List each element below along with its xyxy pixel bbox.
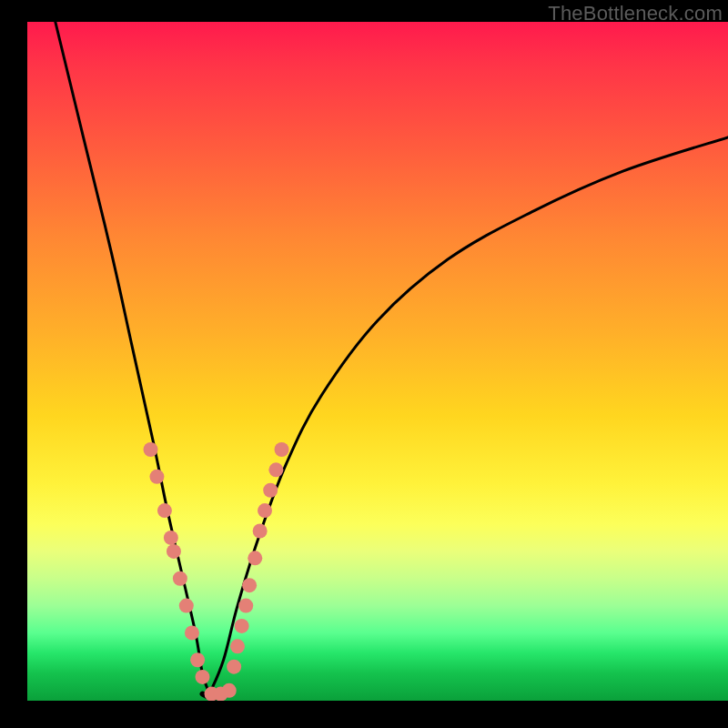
plot-area <box>27 22 728 701</box>
marker-dot <box>227 660 241 674</box>
marker-dot <box>185 625 199 640</box>
chart-frame: TheBottleneck.com <box>27 0 728 701</box>
marker-dot <box>157 503 172 518</box>
chart-svg <box>27 22 728 701</box>
marker-dot <box>144 442 158 457</box>
marker-dot <box>149 470 164 484</box>
series-right-branch <box>209 137 728 694</box>
marker-dot <box>167 544 181 559</box>
marker-dot <box>230 639 245 653</box>
marker-dot <box>253 524 268 539</box>
marker-dot <box>164 531 178 545</box>
marker-dot <box>238 599 253 613</box>
marker-dot <box>190 652 205 667</box>
marker-dot <box>196 670 210 684</box>
marker-dot <box>222 683 237 698</box>
marker-dot <box>248 551 262 565</box>
marker-dot <box>275 442 289 457</box>
series-left-branch <box>56 22 209 694</box>
marker-dot <box>268 462 283 477</box>
marker-dot <box>263 483 278 498</box>
marker-dot <box>179 599 194 613</box>
marker-dot <box>242 578 257 592</box>
marker-dot <box>173 571 187 586</box>
marker-dot <box>235 619 249 633</box>
marker-dots <box>144 442 289 701</box>
curve-lines <box>56 22 728 698</box>
marker-dot <box>258 503 272 518</box>
